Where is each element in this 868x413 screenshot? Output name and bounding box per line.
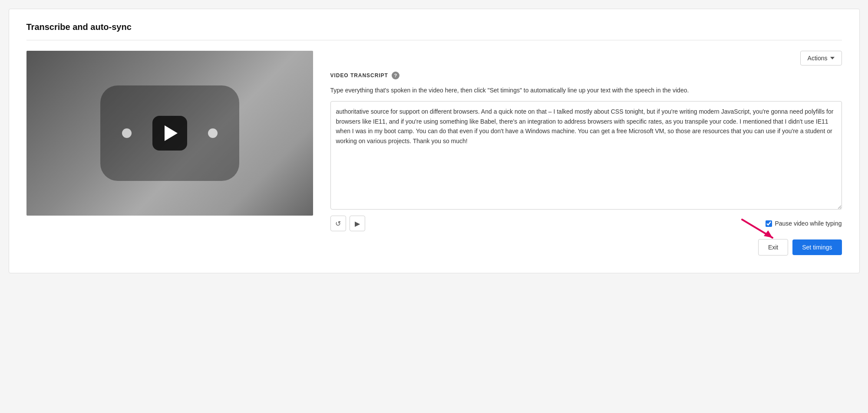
action-buttons-row: Exit Set timings: [330, 239, 842, 256]
divider: [26, 40, 842, 40]
page-title: Transcribe and auto-sync: [26, 22, 842, 32]
actions-label: Actions: [808, 55, 828, 62]
transcript-label: VIDEO TRANSCRIPT: [330, 72, 388, 79]
play-control-icon: ▶: [355, 220, 360, 228]
video-section: [26, 51, 313, 216]
transcript-section: Actions VIDEO TRANSCRIPT ? Type everythi…: [330, 51, 842, 256]
rewind-button[interactable]: ↺: [330, 216, 346, 231]
rewind-icon: ↺: [335, 220, 341, 228]
controls-row: ↺ ▶ Pause video while typing: [330, 216, 842, 231]
actions-row: Actions: [330, 51, 842, 66]
transcript-label-row: VIDEO TRANSCRIPT ?: [330, 72, 842, 79]
video-dot-left: [122, 128, 132, 138]
page-wrapper: Transcribe and auto-sync Actions: [9, 9, 860, 273]
set-timings-button[interactable]: Set timings: [792, 239, 842, 255]
svg-marker-1: [764, 230, 772, 238]
play-button[interactable]: [152, 116, 187, 151]
video-player[interactable]: [26, 51, 313, 216]
pause-checkbox[interactable]: [766, 220, 772, 227]
exit-button[interactable]: Exit: [758, 239, 788, 256]
pause-label[interactable]: Pause video while typing: [775, 220, 842, 227]
play-icon: [165, 125, 178, 141]
help-icon[interactable]: ?: [392, 72, 399, 79]
content-area: Actions VIDEO TRANSCRIPT ? Type everythi…: [26, 51, 842, 256]
actions-button[interactable]: Actions: [800, 51, 842, 66]
transcript-description: Type everything that's spoken in the vid…: [330, 85, 842, 95]
transcript-textarea[interactable]: [330, 101, 842, 210]
chevron-down-icon: [830, 57, 835, 59]
video-dot-right: [208, 128, 218, 138]
play-control-button[interactable]: ▶: [350, 216, 365, 231]
pause-checkbox-area: Pause video while typing: [766, 220, 842, 227]
